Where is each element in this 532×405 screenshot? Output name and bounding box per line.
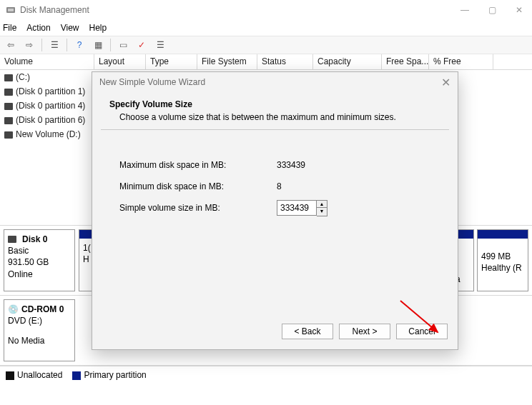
dialog-title: New Simple Volume Wizard: [99, 77, 441, 87]
disk-icon: [4, 131, 13, 139]
settings-icon[interactable]: ▦: [90, 38, 106, 52]
dialog-title-bar: New Simple Volume Wizard ✕: [92, 72, 458, 92]
swatch-primary: [72, 371, 81, 380]
close-button[interactable]: ✕: [512, 5, 526, 15]
menu-file[interactable]: File: [3, 23, 16, 33]
disk-icon: [4, 117, 13, 124]
col-capacity[interactable]: Capacity: [313, 54, 382, 69]
title-bar: Disk Management — ▢ ✕: [0, 0, 532, 20]
partition-box[interactable]: 499 MB Healthy (R: [477, 229, 528, 291]
volume-size-label: Simple volume size in MB:: [119, 203, 277, 213]
disk-icon: [8, 236, 16, 243]
next-button[interactable]: Next >: [339, 324, 390, 339]
help-icon[interactable]: ?: [72, 38, 87, 52]
col-pctfree[interactable]: % Free: [429, 54, 493, 69]
disk-icon: [4, 89, 13, 96]
maximize-button[interactable]: ▢: [485, 5, 499, 15]
refresh-icon[interactable]: ☰: [46, 38, 62, 52]
volume-list-header: Volume Layout Type File System Status Ca…: [0, 54, 532, 70]
col-type[interactable]: Type: [146, 54, 197, 69]
volume-size-spinner[interactable]: ▲ ▼: [277, 200, 327, 216]
spin-up-icon[interactable]: ▲: [317, 201, 327, 209]
menu-view[interactable]: View: [61, 23, 79, 33]
max-space-label: Maximum disk space in MB:: [119, 160, 277, 170]
check-icon[interactable]: ✓: [134, 38, 149, 52]
dialog-heading: Specify Volume Size: [109, 99, 440, 109]
toolbar: ⇦ ⇨ ☰ ? ▦ ▭ ✓ ☰: [0, 36, 532, 54]
swatch-unallocated: [6, 371, 14, 380]
disk-info-box[interactable]: Disk 0 Basic 931.50 GB Online: [4, 229, 75, 291]
col-status[interactable]: Status: [257, 54, 313, 69]
legend: Unallocated Primary partition: [0, 366, 532, 384]
volume-size-input[interactable]: [277, 200, 317, 216]
menu-bar: File Action View Help: [0, 20, 532, 36]
menu-help[interactable]: Help: [89, 23, 107, 33]
back-button[interactable]: < Back: [282, 324, 333, 339]
svg-rect-1: [8, 9, 14, 11]
cdrom-icon: 💿: [8, 304, 19, 315]
col-volume[interactable]: Volume: [0, 54, 94, 69]
properties-icon[interactable]: ▭: [115, 38, 131, 52]
max-space-value: 333439: [277, 160, 305, 170]
disk-icon: [4, 74, 13, 81]
menu-action[interactable]: Action: [26, 23, 50, 33]
back-icon[interactable]: ⇦: [3, 38, 19, 52]
list-icon[interactable]: ☰: [152, 38, 168, 52]
col-filesystem[interactable]: File System: [197, 54, 257, 69]
col-freespace[interactable]: Free Spa...: [382, 54, 429, 69]
min-space-value: 8: [277, 181, 282, 191]
app-icon: [6, 5, 16, 15]
disk-info-box[interactable]: 💿CD-ROM 0 DVD (E:) No Media: [4, 299, 75, 361]
dialog-subheading: Choose a volume size that is between the…: [109, 109, 440, 122]
dialog-close-button[interactable]: ✕: [441, 76, 450, 89]
window-title: Disk Management: [20, 5, 458, 15]
disk-icon: [4, 103, 13, 110]
min-space-label: Minimum disk space in MB:: [119, 181, 277, 191]
minimize-button[interactable]: —: [458, 5, 472, 15]
new-volume-wizard-dialog: New Simple Volume Wizard ✕ Specify Volum…: [92, 71, 458, 350]
forward-icon[interactable]: ⇨: [21, 38, 37, 52]
cancel-button[interactable]: Cancel: [396, 324, 448, 339]
col-layout[interactable]: Layout: [94, 54, 146, 69]
spin-down-icon[interactable]: ▼: [317, 208, 327, 216]
